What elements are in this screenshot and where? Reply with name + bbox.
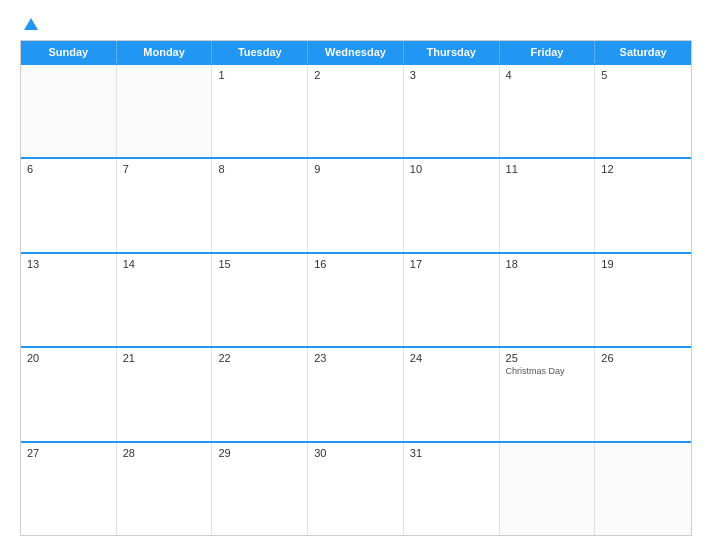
day-number: 8 xyxy=(218,163,301,175)
calendar-cell: 4 xyxy=(500,65,596,157)
calendar-header-row: SundayMondayTuesdayWednesdayThursdayFrid… xyxy=(21,41,691,63)
day-number: 23 xyxy=(314,352,397,364)
calendar-cell: 14 xyxy=(117,254,213,346)
weekday-header-friday: Friday xyxy=(500,41,596,63)
day-number: 30 xyxy=(314,447,397,459)
day-number: 1 xyxy=(218,69,301,81)
calendar-cell: 29 xyxy=(212,443,308,535)
day-number: 28 xyxy=(123,447,206,459)
logo-blue-text xyxy=(20,18,38,30)
day-number: 27 xyxy=(27,447,110,459)
day-number: 31 xyxy=(410,447,493,459)
calendar-cell: 12 xyxy=(595,159,691,251)
day-number: 4 xyxy=(506,69,589,81)
day-number: 2 xyxy=(314,69,397,81)
calendar-cell: 6 xyxy=(21,159,117,251)
calendar-cell: 10 xyxy=(404,159,500,251)
calendar-cell: 23 xyxy=(308,348,404,440)
day-number: 3 xyxy=(410,69,493,81)
day-number: 13 xyxy=(27,258,110,270)
calendar-cell: 22 xyxy=(212,348,308,440)
day-number: 11 xyxy=(506,163,589,175)
calendar: SundayMondayTuesdayWednesdayThursdayFrid… xyxy=(20,40,692,536)
day-number: 17 xyxy=(410,258,493,270)
weekday-header-sunday: Sunday xyxy=(21,41,117,63)
day-number: 20 xyxy=(27,352,110,364)
calendar-cell: 8 xyxy=(212,159,308,251)
calendar-cell: 11 xyxy=(500,159,596,251)
day-number: 21 xyxy=(123,352,206,364)
calendar-cell: 7 xyxy=(117,159,213,251)
logo xyxy=(20,18,38,30)
day-number: 6 xyxy=(27,163,110,175)
calendar-cell: 13 xyxy=(21,254,117,346)
holiday-name: Christmas Day xyxy=(506,366,589,377)
calendar-cell xyxy=(21,65,117,157)
day-number: 14 xyxy=(123,258,206,270)
day-number: 25 xyxy=(506,352,589,364)
calendar-week-4: 202122232425Christmas Day26 xyxy=(21,346,691,440)
day-number: 15 xyxy=(218,258,301,270)
calendar-cell: 21 xyxy=(117,348,213,440)
logo-triangle-icon xyxy=(24,18,38,30)
calendar-cell: 31 xyxy=(404,443,500,535)
day-number: 24 xyxy=(410,352,493,364)
calendar-cell: 27 xyxy=(21,443,117,535)
day-number: 18 xyxy=(506,258,589,270)
calendar-body: 1234567891011121314151617181920212223242… xyxy=(21,63,691,535)
calendar-cell: 24 xyxy=(404,348,500,440)
calendar-cell: 2 xyxy=(308,65,404,157)
day-number: 10 xyxy=(410,163,493,175)
day-number: 12 xyxy=(601,163,685,175)
calendar-cell xyxy=(117,65,213,157)
weekday-header-monday: Monday xyxy=(117,41,213,63)
calendar-week-5: 2728293031 xyxy=(21,441,691,535)
day-number: 9 xyxy=(314,163,397,175)
day-number: 19 xyxy=(601,258,685,270)
calendar-cell: 3 xyxy=(404,65,500,157)
calendar-cell: 19 xyxy=(595,254,691,346)
calendar-cell: 17 xyxy=(404,254,500,346)
calendar-cell: 28 xyxy=(117,443,213,535)
weekday-header-tuesday: Tuesday xyxy=(212,41,308,63)
calendar-cell: 20 xyxy=(21,348,117,440)
calendar-cell: 15 xyxy=(212,254,308,346)
calendar-week-2: 6789101112 xyxy=(21,157,691,251)
calendar-cell: 9 xyxy=(308,159,404,251)
page: SundayMondayTuesdayWednesdayThursdayFrid… xyxy=(0,0,712,550)
day-number: 22 xyxy=(218,352,301,364)
calendar-week-1: 12345 xyxy=(21,63,691,157)
calendar-cell xyxy=(595,443,691,535)
calendar-cell xyxy=(500,443,596,535)
weekday-header-saturday: Saturday xyxy=(595,41,691,63)
day-number: 29 xyxy=(218,447,301,459)
calendar-cell: 1 xyxy=(212,65,308,157)
calendar-week-3: 13141516171819 xyxy=(21,252,691,346)
calendar-cell: 26 xyxy=(595,348,691,440)
calendar-cell: 16 xyxy=(308,254,404,346)
calendar-cell: 18 xyxy=(500,254,596,346)
calendar-cell: 25Christmas Day xyxy=(500,348,596,440)
calendar-cell: 5 xyxy=(595,65,691,157)
day-number: 7 xyxy=(123,163,206,175)
calendar-cell: 30 xyxy=(308,443,404,535)
weekday-header-thursday: Thursday xyxy=(404,41,500,63)
header xyxy=(20,18,692,30)
day-number: 26 xyxy=(601,352,685,364)
day-number: 16 xyxy=(314,258,397,270)
day-number: 5 xyxy=(601,69,685,81)
weekday-header-wednesday: Wednesday xyxy=(308,41,404,63)
